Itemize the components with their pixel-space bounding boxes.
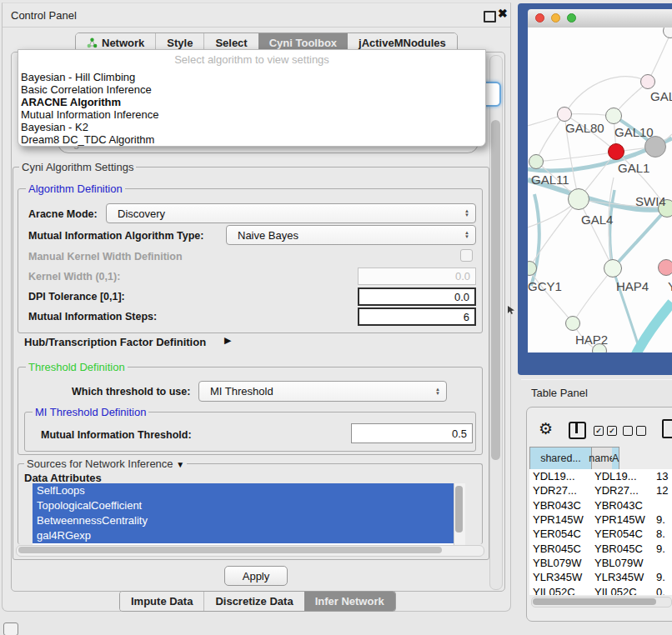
table-row[interactable]: YLR345W YLR345W 9.: [529, 570, 672, 584]
network-node-y[interactable]: [658, 259, 672, 276]
mi-algorithm-type-combobox[interactable]: Naive Bayes ▲▼: [226, 225, 476, 245]
cell-value: 9.: [654, 542, 672, 555]
table-column-header[interactable]: A: [612, 448, 619, 469]
table-column-header[interactable]: name: [592, 448, 612, 469]
bottom-tab-bar: Impute Data Discretize Data Infer Networ…: [119, 591, 396, 612]
data-attribute-option[interactable]: TopologicalCoefficient: [33, 498, 464, 513]
table-column-header[interactable]: shared...: [530, 448, 592, 469]
close-traffic-light-icon[interactable]: [535, 13, 544, 22]
cell-value: 9.: [654, 571, 672, 583]
collapse-down-icon[interactable]: ▼: [176, 460, 184, 469]
apply-button[interactable]: Apply: [224, 566, 288, 586]
algorithm-dropdown-list: Bayesian - Hill Climbing Basic Correlati…: [18, 71, 485, 146]
algorithm-option[interactable]: ARACNE Algorithm: [18, 96, 485, 108]
which-threshold-combobox[interactable]: MI Threshold ▲▼: [198, 381, 447, 402]
columns-icon[interactable]: [569, 422, 586, 439]
dpi-tolerance-input[interactable]: [358, 288, 476, 306]
network-node-label: GCY1: [528, 279, 562, 293]
cell-name: YBR045C: [591, 542, 654, 555]
table-row[interactable]: YDL19... YDL19... 13: [529, 469, 672, 483]
table-row[interactable]: YPR145W YPR145W 9.: [529, 512, 672, 527]
tab-label: Cyni Toolbox: [269, 37, 337, 49]
cyni-algorithm-settings-title: Cyni Algorithm Settings: [19, 161, 136, 173]
data-attributes-list: SelfLoops TopologicalCoefficient Between…: [33, 483, 464, 545]
aracne-mode-label: Aracne Mode:: [28, 208, 98, 220]
algorithm-option[interactable]: Bayesian - Hill Climbing: [18, 71, 485, 83]
table-hscrollbar-thumb[interactable]: [533, 598, 656, 605]
bottom-tab[interactable]: Impute Data: [120, 592, 203, 611]
kernel-width-input[interactable]: [358, 268, 476, 285]
network-node-gal10[interactable]: [605, 108, 622, 124]
close-icon[interactable]: ✖: [498, 7, 508, 20]
attributes-scrollbar-thumb[interactable]: [455, 486, 463, 532]
cell-shared-name: YLR345W: [529, 571, 591, 583]
mi-threshold-input[interactable]: [351, 423, 473, 443]
mi-steps-input[interactable]: [358, 308, 476, 326]
tab-label: Impute Data: [131, 595, 193, 608]
minimize-traffic-light-icon[interactable]: [551, 13, 560, 22]
sources-group-title: Sources for Network Inference ▼: [24, 458, 187, 470]
cell-value: 12: [654, 484, 672, 497]
document-icon[interactable]: [662, 419, 672, 438]
table-row[interactable]: YBR043C YBR043C: [529, 498, 672, 512]
network-node-gal80[interactable]: [557, 107, 572, 122]
tab-label: Select: [215, 37, 247, 49]
algorithm-option[interactable]: Basic Correlation Inference: [18, 83, 485, 96]
algorithm-option[interactable]: Bayesian - K2: [18, 121, 485, 133]
data-attribute-option[interactable]: BetweennessCentrality: [33, 513, 464, 528]
zoom-traffic-light-icon[interactable]: [567, 13, 576, 22]
cell-name: YIL052C: [591, 586, 654, 595]
mi-steps-label: Mutual Information Steps:: [28, 311, 157, 322]
cell-name: YLR345W: [591, 571, 654, 583]
aracne-mode-combobox[interactable]: Discovery ▲▼: [106, 203, 476, 223]
network-window-titlebar[interactable]: [528, 9, 672, 28]
unchecked-boxes-icon[interactable]: [623, 426, 646, 436]
network-node-gal11[interactable]: [529, 154, 544, 169]
cell-shared-name: YDR27...: [529, 484, 591, 497]
cell-name: YDR27...: [591, 484, 654, 497]
control-panel-title: Control Panel: [11, 9, 77, 22]
network-node[interactable]: [644, 136, 666, 158]
which-threshold-label: Which threshold to use:: [72, 386, 190, 398]
table-header-row: shared... name A: [529, 447, 619, 470]
table-row[interactable]: YIL052C YIL052C 0.: [529, 584, 672, 595]
network-node-label: GAL1: [618, 161, 649, 175]
panel-scrollbar-thumb[interactable]: [491, 120, 500, 460]
network-node-label: GAL11: [531, 172, 569, 187]
cell-value: 9.: [654, 513, 672, 526]
algorithm-option[interactable]: Dream8 DC_TDC Algorithm: [18, 133, 485, 146]
data-attributes-label: Data Attributes: [24, 472, 102, 484]
network-node-label: GAL80: [565, 121, 604, 135]
network-node-gal4[interactable]: [568, 188, 589, 210]
bottom-tab[interactable]: Infer Network: [304, 592, 395, 611]
network-node-hap4[interactable]: [604, 259, 622, 278]
network-tab-icon: [87, 38, 98, 48]
table-row[interactable]: YBL079W YBL079W: [529, 556, 672, 570]
cell-name: YBR043C: [591, 499, 654, 512]
network-node-gal1[interactable]: [608, 143, 624, 160]
cell-name: YBL079W: [591, 557, 654, 569]
gear-icon[interactable]: ⚙: [539, 419, 553, 438]
network-node[interactable]: [592, 343, 607, 352]
expand-right-icon[interactable]: ▶: [224, 335, 231, 346]
manual-kernel-width-checkbox[interactable]: [460, 249, 473, 262]
mi-algorithm-type-label: Mutual Information Algorithm Type:: [28, 230, 203, 242]
table-row[interactable]: YBR045C YBR045C 9.: [529, 541, 672, 555]
network-node-label: GAL10: [614, 125, 654, 139]
network-node-hap2[interactable]: [565, 316, 580, 331]
cell-name: YPR145W: [591, 513, 654, 526]
table-row[interactable]: YDR27... YDR27... 12: [529, 483, 672, 498]
cell-shared-name: YBR045C: [529, 542, 591, 555]
data-attribute-option[interactable]: gal4RGexp: [33, 528, 464, 543]
table-row[interactable]: YER054C YER054C 8.: [529, 527, 672, 541]
network-node-gal[interactable]: [640, 74, 655, 89]
network-canvas[interactable]: GALGAL80GAL10GAL1GAL11SWI4GAL4GCY1HAP4YH…: [528, 28, 672, 352]
algorithm-option[interactable]: Mutual Information Inference: [18, 108, 485, 121]
float-window-icon[interactable]: [484, 11, 496, 22]
bottom-tab[interactable]: Discretize Data: [203, 592, 303, 611]
checked-boxes-icon[interactable]: ✓ ✓: [594, 426, 617, 436]
minimized-panel-icon[interactable]: [3, 622, 18, 635]
threshold-definition-title: Threshold Definition: [26, 361, 128, 373]
settings-hscrollbar-thumb[interactable]: [18, 547, 442, 553]
data-attribute-option[interactable]: SelfLoops: [33, 483, 464, 498]
